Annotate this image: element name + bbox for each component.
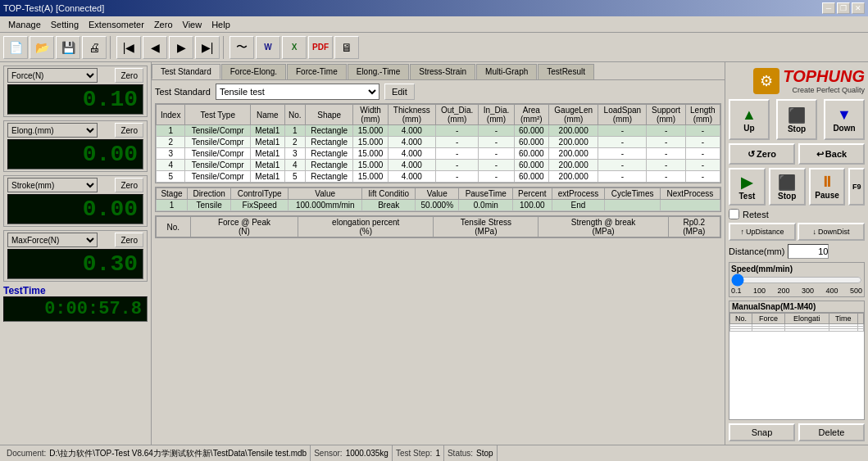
test-time-value: 0:00:57.8 (3, 296, 148, 322)
process-header-row: Stage Direction ControlType Value lift C… (157, 188, 720, 200)
toolbar-next[interactable]: ▶ (169, 36, 193, 59)
f9-button[interactable]: F9 (848, 168, 865, 206)
table-row[interactable]: 4Tensile/ComprMetal14Rectangle15.0004.00… (157, 160, 720, 171)
up-button[interactable]: ▲ Up (729, 99, 770, 140)
toolbar-new[interactable]: 📄 (3, 36, 28, 59)
menu-view[interactable]: View (178, 19, 207, 30)
toolbar-pdf[interactable]: PDF (308, 36, 333, 59)
pcol-next-proc: extProcess (552, 188, 605, 200)
menu-setting[interactable]: Setting (46, 19, 84, 30)
content-area: Test Standard Tensile test Edit Index Te… (152, 80, 725, 445)
status-value-text: Stop (476, 449, 493, 458)
retest-label: Retest (743, 210, 769, 219)
force-select[interactable]: Force(N) (7, 68, 98, 83)
title-bar-buttons: ─ ❐ ✕ (822, 2, 865, 14)
tab-stress-strain[interactable]: Stress-Strain (410, 64, 475, 79)
col-in-dia: In_Dia.(mm) (479, 105, 514, 125)
stop-button-top[interactable]: ⬛ Stop (776, 99, 817, 140)
menu-manage[interactable]: Manage (3, 19, 46, 30)
down-button[interactable]: ▼ Down (824, 99, 865, 140)
test-icon: ▶ (741, 174, 752, 192)
tab-test-standard[interactable]: Test Standard (152, 64, 220, 79)
toolbar-last[interactable]: ▶| (195, 36, 220, 59)
status-status: Status: Stop (444, 445, 498, 461)
col-shape: Shape (305, 105, 352, 125)
snap-button[interactable]: Snap (729, 423, 795, 441)
toolbar-monitor[interactable]: 🖥 (334, 36, 359, 59)
table-row[interactable]: 1TensileFixSpeed100.000mm/minBreak50.000… (157, 200, 720, 211)
title-bar: TOP-Test(A) [Connected] ─ ❐ ✕ (0, 0, 868, 16)
toolbar-word[interactable]: W (256, 36, 280, 59)
edit-button[interactable]: Edit (384, 84, 415, 100)
tab-force-elong[interactable]: Force-Elong. (221, 64, 286, 79)
stroke-zero-button[interactable]: Zero (115, 178, 143, 192)
test-time-label: TestTime (3, 285, 148, 296)
force-zero-button[interactable]: Zero (115, 68, 143, 83)
pause-button[interactable]: ⏸ Pause (809, 168, 846, 206)
status-bar: Document: D:\拉力软件\TOP-Test V8.64力学测试软件新\… (0, 445, 868, 461)
retest-checkbox[interactable] (729, 209, 739, 219)
maxforce-zero-button[interactable]: Zero (115, 233, 143, 247)
restore-button[interactable]: ❐ (837, 2, 850, 14)
table-row[interactable]: 2Tensile/ComprMetal12Rectangle15.0004.00… (157, 137, 720, 148)
tab-elong-time[interactable]: Elong.-Time (348, 64, 410, 79)
up-icon: ▲ (742, 106, 757, 124)
results-scroll[interactable]: No. Force @ Peak(N) elongation percent(%… (156, 216, 720, 237)
toolbar-first[interactable]: |◀ (116, 36, 141, 59)
tab-test-result[interactable]: TestResult (538, 64, 594, 79)
tab-multi-graph[interactable]: Multi-Graph (476, 64, 537, 79)
toolbar-excel[interactable]: X (282, 36, 307, 59)
close-button[interactable]: ✕ (852, 2, 865, 14)
toolbar-open[interactable]: 📂 (30, 36, 54, 59)
stop-icon-top: ⬛ (788, 106, 806, 124)
minimize-button[interactable]: ─ (822, 2, 835, 14)
toolbar-wave[interactable]: 〜 (229, 36, 254, 59)
menu-extensometer[interactable]: Extensometer (84, 19, 149, 30)
down-icon: ▼ (837, 106, 852, 124)
up-distance-button[interactable]: ↑ UpDistance (729, 223, 796, 241)
test-standard-select[interactable]: Tensile test (216, 84, 379, 100)
title-text: TOP-Test(A) [Connected] (3, 3, 104, 13)
left-panel: Force(N) Zero 0.10 Elong.(mm) Zero 0.00 … (0, 62, 152, 445)
retest-row: Retest (729, 209, 865, 219)
force-value: 0.10 (7, 84, 143, 115)
toolbar-prev[interactable]: ◀ (143, 36, 167, 59)
table-row[interactable]: 1Tensile/ComprMetal11Rectangle15.0004.00… (157, 125, 720, 137)
stop-button-bottom[interactable]: ⬛ Stop (769, 168, 806, 206)
logo-main-text: TOPHUNG (783, 67, 865, 86)
specimens-scroll[interactable]: Index Test Type Name No. Shape Width(mm)… (156, 104, 720, 183)
menu-help[interactable]: Help (207, 19, 235, 30)
speed-slider[interactable] (731, 275, 862, 285)
toolbar: 📄 📂 💾 🖨 |◀ ◀ ▶ ▶| 〜 W X PDF 🖥 (0, 33, 868, 62)
maxforce-select[interactable]: MaxForce(N) (7, 233, 98, 247)
test-button[interactable]: ▶ Test (729, 168, 766, 206)
distance-row: Distance(mm) (729, 244, 865, 259)
menu-zero[interactable]: Zero (149, 19, 178, 30)
up-down-dist-row: ↑ UpDistance ↓ DownDist (729, 223, 865, 241)
down-dist-button[interactable]: ↓ DownDist (798, 223, 865, 241)
col-length: Length(mm) (685, 105, 720, 125)
toolbar-print[interactable]: 🖨 (82, 36, 107, 59)
table-row[interactable]: 3Tensile/ComprMetal13Rectangle15.0004.00… (157, 148, 720, 160)
process-table-section: Stage Direction ControlType Value lift C… (155, 187, 721, 212)
zero-function-button[interactable]: ↺ Zero (729, 143, 795, 165)
tab-force-time[interactable]: Force-Time (287, 64, 347, 79)
distance-input[interactable] (788, 244, 829, 259)
rcol-elong-pct: elongation percent(%) (298, 217, 434, 237)
col-support: Support(mm) (647, 105, 685, 125)
stroke-group: Stroke(mm) Zero 0.00 (3, 175, 148, 227)
process-scroll[interactable]: Stage Direction ControlType Value lift C… (156, 188, 720, 211)
table-row[interactable]: 5Tensile/ComprMetal15Rectangle15.0004.00… (157, 171, 720, 183)
elong-zero-button[interactable]: Zero (115, 123, 143, 138)
delete-button[interactable]: Delete (798, 423, 865, 441)
rcol-tensile-stress: Tensile Stress(MPa) (434, 217, 539, 237)
snap-delete-row: Snap Delete (729, 423, 865, 441)
stroke-select[interactable]: Stroke(mm) (7, 178, 98, 192)
pause-icon: ⏸ (820, 174, 834, 191)
pcol-value2: Value (416, 188, 459, 200)
pcol-stage: Stage (157, 188, 188, 200)
toolbar-save[interactable]: 💾 (56, 36, 80, 59)
back-function-button[interactable]: ↩ Back (798, 143, 865, 165)
elong-select[interactable]: Elong.(mm) (7, 123, 98, 138)
pcol-percent: Percent (513, 188, 552, 200)
